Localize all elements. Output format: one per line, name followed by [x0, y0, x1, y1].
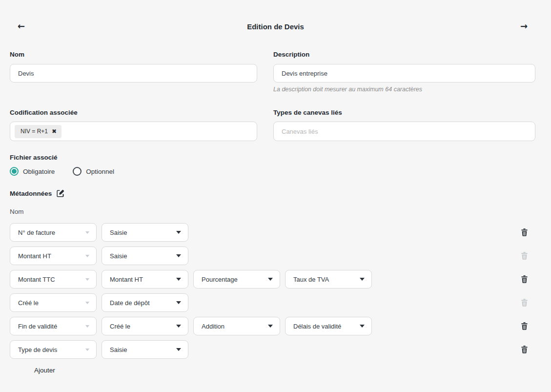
nom-input[interactable]: [10, 64, 257, 83]
radio-optionnel-label: Optionnel: [86, 168, 114, 175]
select-value: Saisie: [110, 229, 127, 236]
metadata-type-select[interactable]: Créé le: [102, 317, 188, 335]
select-value: Créé le: [110, 323, 130, 330]
chevron-down-icon: [176, 325, 181, 328]
delete-row-button[interactable]: [521, 228, 528, 236]
delete-row-button[interactable]: [521, 346, 528, 353]
add-metadata-button[interactable]: Ajouter: [34, 367, 55, 374]
metadata-row: Montant HT Saisie: [10, 247, 528, 265]
chevron-down-icon: [360, 278, 365, 281]
metadata-row: Créé le Date de dépôt: [10, 293, 528, 312]
metadata-type-select[interactable]: Saisie: [102, 247, 188, 265]
trash-icon: [521, 252, 528, 260]
delete-row-button: [521, 252, 528, 260]
chevron-down-icon: [85, 302, 89, 304]
select-value: Pourcentage: [202, 276, 238, 283]
canevas-label: Types de canevas liés: [273, 109, 342, 116]
codification-input[interactable]: NIV = R+1 ✖: [10, 122, 257, 141]
select-value: Type de devis: [18, 346, 57, 353]
trash-icon: [521, 275, 528, 283]
metadata-type-select[interactable]: Saisie: [102, 223, 188, 242]
chevron-down-icon: [176, 301, 181, 304]
chevron-down-icon: [85, 255, 89, 257]
chevron-down-icon: [85, 325, 89, 328]
chevron-down-icon: [268, 278, 273, 281]
trash-icon: [521, 322, 528, 330]
chip-remove-icon[interactable]: ✖: [52, 128, 57, 135]
metadata-type-select[interactable]: Date de dépôt: [102, 293, 188, 312]
chevron-down-icon: [176, 278, 181, 281]
chip-label: NIV = R+1: [20, 128, 48, 135]
fichier-label: Fichier associé: [10, 154, 58, 161]
select-value: Addition: [202, 323, 224, 330]
canevas-input[interactable]: [273, 122, 535, 141]
select-value: Taux de TVA: [293, 276, 329, 283]
metadata-row: N° de facture Saisie: [10, 223, 528, 242]
select-value: N° de facture: [18, 229, 55, 236]
trash-icon: [521, 346, 528, 353]
select-value: Date de dépôt: [110, 299, 150, 307]
metadata-name-select[interactable]: N° de facture: [10, 223, 97, 242]
metadata-row: Montant TTC Montant HT Pourcentage Taux …: [10, 270, 528, 289]
metadata-operator-select[interactable]: Pourcentage: [193, 270, 280, 289]
chevron-down-icon: [176, 231, 181, 234]
trash-icon: [521, 228, 528, 236]
metadata-operand-select[interactable]: Taux de TVA: [285, 270, 372, 289]
radio-obligatoire-label: Obligatoire: [23, 168, 55, 175]
select-value: Montant HT: [18, 252, 51, 260]
metadata-rows: N° de facture Saisie Montant HT Saisie: [10, 223, 528, 364]
select-value: Créé le: [18, 299, 39, 307]
metadata-operator-select[interactable]: Addition: [193, 317, 280, 335]
delete-row-button[interactable]: [521, 322, 528, 330]
metadata-name-select[interactable]: Montant TTC: [10, 270, 97, 289]
metadata-name-select[interactable]: Créé le: [10, 293, 97, 312]
metadata-name-select[interactable]: Montant HT: [10, 247, 97, 265]
nom-label: Nom: [10, 51, 24, 58]
chevron-down-icon: [85, 349, 89, 351]
trash-icon: [521, 299, 528, 307]
description-helper: La description doit mesurer au maximum 6…: [273, 86, 422, 93]
chevron-down-icon: [176, 254, 181, 257]
chevron-down-icon: [268, 325, 273, 328]
chevron-down-icon: [85, 231, 89, 234]
delete-row-button[interactable]: [521, 275, 528, 283]
metadonnees-subtitle: Nom: [10, 208, 24, 215]
codification-chip: NIV = R+1 ✖: [15, 125, 61, 138]
description-input[interactable]: [273, 64, 535, 83]
chevron-down-icon: [360, 325, 365, 328]
metadata-type-select[interactable]: Saisie: [102, 340, 188, 359]
codification-label: Codification associée: [10, 109, 78, 116]
metadata-type-select[interactable]: Montant HT: [102, 270, 188, 289]
chevron-down-icon: [85, 278, 89, 281]
forward-button[interactable]: →: [520, 21, 528, 31]
page-title: Edition de Devis: [0, 22, 551, 31]
radio-optionnel[interactable]: [73, 167, 82, 176]
select-value: Fin de validité: [18, 323, 57, 330]
delete-row-button: [521, 299, 528, 307]
metadata-name-select[interactable]: Type de devis: [10, 340, 97, 359]
metadata-row: Fin de validité Créé le Addition Délais …: [10, 317, 528, 335]
select-value: Saisie: [110, 252, 127, 260]
select-value: Saisie: [110, 346, 127, 353]
metadonnees-title: Métadonnées: [10, 190, 52, 197]
arrow-right-icon: →: [520, 21, 528, 31]
metadata-operand-select[interactable]: Délais de validité: [285, 317, 372, 335]
metadata-row: Type de devis Saisie: [10, 340, 528, 359]
metadata-name-select[interactable]: Fin de validité: [10, 317, 97, 335]
radio-obligatoire[interactable]: [10, 167, 19, 176]
select-value: Montant HT: [110, 276, 143, 283]
chevron-down-icon: [176, 348, 181, 351]
description-label: Description: [273, 51, 309, 58]
edit-icon[interactable]: [56, 189, 64, 198]
select-value: Montant TTC: [18, 276, 55, 283]
select-value: Délais de validité: [293, 323, 341, 330]
